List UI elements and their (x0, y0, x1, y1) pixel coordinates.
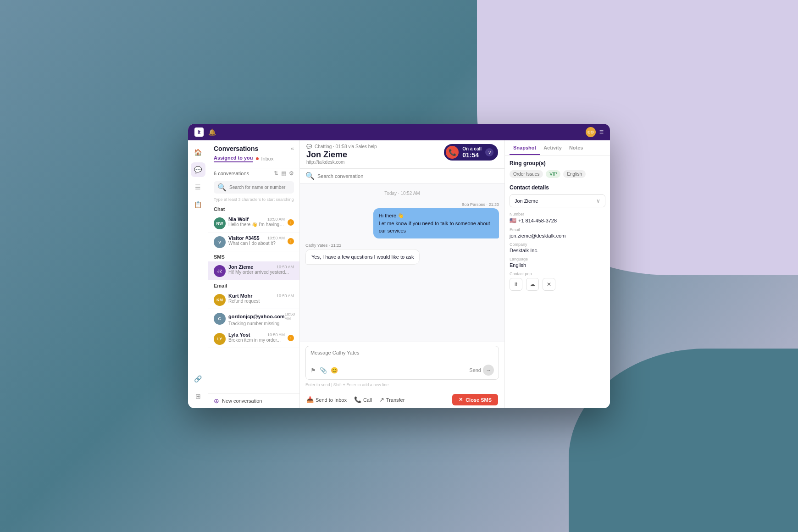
conv-item-time: 10:50 AM (277, 265, 294, 269)
date-divider: Today · 10:52 AM (305, 191, 499, 196)
right-panel: Snapshot Activity Notes Ring group(s) Or… (504, 140, 610, 408)
close-sms-label: Close SMS (466, 397, 492, 403)
top-bar: it 🔔 CO ≡ (188, 124, 610, 140)
language-value: English (510, 262, 605, 268)
paperclip-icon[interactable]: 📎 (320, 367, 327, 374)
number-field: Number 🇺🇸 +1 814-458-3728 (510, 212, 605, 224)
send-to-inbox-label: Send to Inbox (316, 397, 347, 403)
new-conversation-button[interactable]: ⊕ New conversation (208, 393, 299, 408)
send-button[interactable]: Send → (469, 365, 494, 376)
tab-inbox[interactable]: Inbox (261, 156, 274, 161)
urgency-badge: ! (288, 238, 294, 244)
ring-tag: Order Issues (510, 170, 543, 178)
on-call-badge[interactable]: 📞 On a call 01:54 ∨ (444, 144, 498, 161)
search-hint: Type at least 3 characters to start sear… (208, 196, 299, 204)
chat-search-input[interactable] (317, 173, 499, 179)
search-input[interactable] (229, 185, 290, 190)
call-label: Call (363, 397, 372, 403)
top-bar-left: it 🔔 (194, 127, 216, 137)
contact-dropdown[interactable]: Jon Zieme ∨ (510, 194, 605, 207)
urgency-badge: ! (288, 219, 294, 226)
conv-item-name: Kurt Mohr (228, 293, 253, 299)
send-to-inbox-button[interactable]: 📥 Send to Inbox (306, 396, 347, 403)
flag-icon: 🇺🇸 (510, 217, 516, 224)
contact-details-title: Contact details (510, 184, 605, 191)
tab-notes[interactable]: Notes (565, 140, 587, 155)
sort-icon[interactable]: ⇅ (274, 170, 278, 177)
search-input-wrap[interactable]: 🔍 (214, 181, 294, 194)
search-box: 🔍 (208, 178, 299, 196)
chat-meta-text: Chatting · 01:58 via Sales help (315, 144, 377, 149)
layout-icon[interactable]: ▦ (281, 170, 286, 177)
attachment-icon[interactable]: ⚑ (310, 367, 316, 374)
conv-item-time: 10:50 AM (267, 332, 285, 337)
nav-reports[interactable]: 📋 (191, 197, 205, 212)
menu-icon[interactable]: ≡ (599, 128, 604, 136)
nav-conversations[interactable]: 💬 (191, 162, 205, 177)
conv-item-preview: Hi! My order arrived yesterd... (228, 270, 294, 275)
list-item[interactable]: V Visitor #3455 10:50 AM What can I do a… (208, 233, 299, 251)
list-item[interactable]: JZ Jon Zieme 10:50 AM Hi! My order arriv… (208, 261, 299, 280)
chat-messages: Today · 10:52 AM Bob Parsons · 21:20 Hi … (300, 183, 504, 342)
talkdesk-icon[interactable]: it (510, 278, 522, 291)
company-value: Desktalk Inc. (510, 248, 605, 253)
close-sms-button[interactable]: ✕ Close SMS (452, 394, 498, 405)
chat-icon: 💬 (306, 144, 312, 149)
conv-actions: ⇅ ▦ ⚙ (274, 170, 294, 177)
chat-meta: 💬 Chatting · 01:58 via Sales help (306, 144, 377, 149)
unread-dot (256, 157, 259, 160)
close-icon[interactable]: ✕ (543, 278, 555, 291)
conv-item-name: Lyla Yost (228, 332, 250, 338)
conv-item-time: 10:50 AM (277, 294, 294, 298)
ring-tag-english: English (563, 170, 586, 178)
bell-icon[interactable]: 🔔 (208, 128, 216, 136)
number-label: Number (510, 212, 605, 216)
search-icon: 🔍 (217, 183, 227, 192)
chevron-down-icon[interactable]: ∨ (485, 148, 493, 156)
conv-item-info: gordonjcp@yahoo.com 10:50 AM Tracking nu… (228, 312, 294, 326)
call-icon: 📞 (446, 146, 459, 159)
chat-input-icons: ⚑ 📎 😊 (310, 367, 338, 374)
conv-item-preview: Broken item in my order... (228, 338, 285, 343)
msg-bubble: Yes, I have a few questions I would like… (305, 249, 420, 265)
chat-area: 💬 Chatting · 01:58 via Sales help Jon Zi… (300, 140, 504, 408)
emoji-icon[interactable]: 😊 (331, 367, 338, 374)
chat-hint: Enter to send | Shift + Enter to add a n… (305, 382, 499, 387)
transfer-button[interactable]: ↗ Transfer (379, 396, 405, 403)
avatar: NW (214, 217, 226, 229)
cloud-icon[interactable]: ☁ (526, 278, 539, 291)
list-item[interactable]: NW Nia Wolf 10:50 AM Hello there 👋 I'm h… (208, 214, 299, 233)
conv-item-info: Lyla Yost 10:50 AM Broken item in my ord… (228, 332, 285, 343)
send-label: Send (469, 367, 481, 373)
tab-assigned[interactable]: Assigned to you (214, 155, 253, 162)
conv-item-preview: Hello there 👋 I'm having trouble... (228, 222, 285, 227)
conv-item-info: Jon Zieme 10:50 AM Hi! My order arrived … (228, 264, 294, 275)
list-item[interactable]: KM Kurt Mohr 10:50 AM Refund request (208, 290, 299, 309)
conv-item-info: Kurt Mohr 10:50 AM Refund request (228, 293, 294, 304)
chat-search-bar: 🔍 (300, 169, 504, 183)
nav-grid[interactable]: ⊞ (191, 389, 205, 404)
filter-icon[interactable]: ⚙ (289, 170, 294, 177)
message-outgoing: Bob Parsons · 21:20 Hi there 👋Let me kno… (305, 202, 499, 238)
conv-item-info: Nia Wolf 10:50 AM Hello there 👋 I'm havi… (228, 216, 285, 227)
list-item[interactable]: LY Lyla Yost 10:50 AM Broken item in my … (208, 329, 299, 348)
tab-snapshot[interactable]: Snapshot (510, 140, 540, 155)
conv-item-preview: Tracking number missing (228, 321, 294, 326)
nav-tasks[interactable]: ☰ (191, 180, 205, 194)
conv-item-preview: Refund request (228, 299, 294, 304)
conv-header: Conversations « Assigned to you Inbox (208, 140, 299, 168)
contact-pop-field: Contact pop it ☁ ✕ (510, 272, 605, 291)
list-item[interactable]: G gordonjcp@yahoo.com 10:50 AM Tracking … (208, 309, 299, 329)
nav-history[interactable]: 🔗 (191, 371, 205, 386)
user-avatar[interactable]: CO (586, 127, 596, 137)
message-input[interactable] (310, 350, 494, 363)
message-incoming: Cathy Yates · 21:22 Yes, I have a few qu… (305, 243, 499, 265)
company-label: Company (510, 242, 605, 247)
nav-home[interactable]: 🏠 (191, 145, 205, 160)
msg-sender: Bob Parsons · 21:20 (461, 202, 499, 207)
tab-activity[interactable]: Activity (540, 140, 565, 155)
call-button[interactable]: 📞 Call (354, 396, 372, 403)
send-arrow-icon: → (483, 365, 494, 376)
collapse-icon[interactable]: « (291, 145, 294, 152)
main-content: 🏠 💬 ☰ 📋 🔗 ⊞ Conversations « Assigned to … (188, 140, 610, 408)
